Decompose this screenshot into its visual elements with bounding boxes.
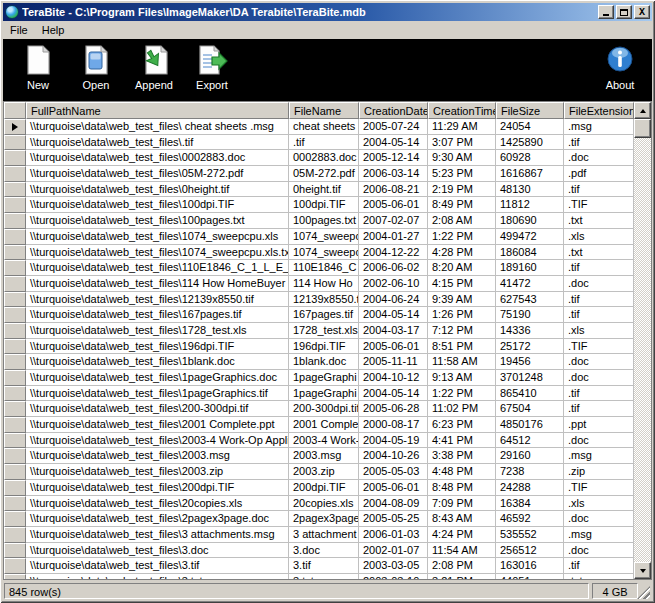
cell-fileextension[interactable]: .tif [564,260,634,276]
cell-filename[interactable]: 05M-272.pdf [289,166,359,182]
cell-creationtime[interactable]: 5:23 PM [428,166,496,182]
row-selector[interactable] [4,527,26,543]
cell-fileextension[interactable]: .tif [564,401,634,417]
cell-fullpathname[interactable]: \\turquoise\data\web_test_files\100pages… [26,213,289,229]
cell-creationtime[interactable]: 11:54 AM [428,543,496,559]
cell-creationdate[interactable]: 2003-03-10 [359,574,428,579]
cell-creationdate[interactable]: 2007-02-07 [359,213,428,229]
cell-creationdate[interactable]: 2005-05-25 [359,511,428,527]
append-button[interactable]: Append [125,43,183,99]
cell-fileextension[interactable]: .doc [564,276,634,292]
cell-fullpathname[interactable]: \\turquoise\data\web_test_files\0height.… [26,182,289,198]
cell-creationdate[interactable]: 2004-06-24 [359,292,428,308]
cell-fullpathname[interactable]: \\turquoise\data\web_test_files\110E1846… [26,260,289,276]
cell-fullpathname[interactable]: \\turquoise\data\web_test_files\200dpi.T… [26,480,289,496]
cell-creationdate[interactable]: 2004-10-12 [359,370,428,386]
cell-fileextension[interactable]: .xls [564,323,634,339]
cell-creationdate[interactable]: 2006-08-21 [359,182,428,198]
row-selector[interactable] [4,480,26,496]
row-selector[interactable] [4,229,26,245]
row-selector[interactable] [4,135,26,151]
cell-creationtime[interactable]: 11:58 AM [428,354,496,370]
cell-creationtime[interactable]: 11:29 AM [428,119,496,135]
row-selector[interactable] [4,558,26,574]
row-selector[interactable] [4,213,26,229]
cell-filesize[interactable]: 24288 [496,480,564,496]
cell-creationdate[interactable]: 2004-05-14 [359,135,428,151]
cell-creationdate[interactable]: 2006-06-02 [359,260,428,276]
cell-fileextension[interactable]: .xls [564,229,634,245]
cell-fullpathname[interactable]: \\turquoise\data\web_test_files\2003.msg [26,448,289,464]
maximize-button[interactable] [616,5,632,19]
cell-fileextension[interactable]: .tif [564,307,634,323]
row-selector[interactable] [4,339,26,355]
column-header-filesize[interactable]: FileSize [496,102,564,119]
row-selector[interactable] [4,448,26,464]
cell-filesize[interactable]: 186084 [496,245,564,261]
cell-creationdate[interactable]: 2005-12-14 [359,150,428,166]
cell-creationdate[interactable]: 2005-11-11 [359,354,428,370]
cell-fullpathname[interactable]: \\turquoise\data\web_test_files\1074_swe… [26,245,289,261]
cell-fileextension[interactable]: .doc [564,433,634,449]
cell-creationtime[interactable]: 8:43 AM [428,511,496,527]
cell-filename[interactable]: 3.doc [289,543,359,559]
row-selector[interactable] [4,386,26,402]
cell-creationdate[interactable]: 2002-01-07 [359,543,428,559]
cell-filesize[interactable]: 67504 [496,401,564,417]
cell-fullpathname[interactable]: \\turquoise\data\web_test_files\114 How … [26,276,289,292]
row-selector[interactable] [4,511,26,527]
cell-fileextension[interactable]: .tif [564,292,634,308]
row-selector[interactable] [4,292,26,308]
cell-filesize[interactable]: 535552 [496,527,564,543]
cell-filename[interactable]: 1blank.doc [289,354,359,370]
cell-filename[interactable]: 2003.msg [289,448,359,464]
cell-fileextension[interactable]: .TIF [564,339,634,355]
cell-filesize[interactable]: 29160 [496,448,564,464]
column-header-fileextension[interactable]: FileExtension [564,102,634,119]
cell-fullpathname[interactable]: \\turquoise\data\web_test_files\200-300d… [26,401,289,417]
cell-filename[interactable]: 1728_test.xls [289,323,359,339]
cell-filename[interactable]: 100pages.txt [289,213,359,229]
cell-filename[interactable]: 0height.tif [289,182,359,198]
new-button[interactable]: New [9,43,67,99]
cell-creationdate[interactable]: 2005-05-03 [359,464,428,480]
menu-help[interactable]: Help [35,23,72,37]
cell-filename[interactable]: 1074_sweepc [289,245,359,261]
cell-creationtime[interactable]: 7:12 PM [428,323,496,339]
cell-creationtime[interactable]: 7:09 PM [428,496,496,512]
cell-fullpathname[interactable]: \\turquoise\data\web_test_files\05M-272.… [26,166,289,182]
cell-creationtime[interactable]: 8:48 PM [428,480,496,496]
cell-creationtime[interactable]: 9:13 AM [428,370,496,386]
cell-fullpathname[interactable]: \\turquoise\data\web_test_files\3.tif [26,558,289,574]
cell-creationtime[interactable]: 4:28 PM [428,245,496,261]
cell-fileextension[interactable]: .msg [564,527,634,543]
row-selector[interactable] [4,197,26,213]
cell-filename[interactable]: 3.txt [289,574,359,579]
cell-filesize[interactable]: 1425890 [496,135,564,151]
cell-fileextension[interactable]: .txt [564,245,634,261]
cell-creationdate[interactable]: 2004-03-17 [359,323,428,339]
cell-filesize[interactable]: 48130 [496,182,564,198]
cell-filesize[interactable]: 4850176 [496,417,564,433]
cell-filesize[interactable]: 1616867 [496,166,564,182]
cell-creationtime[interactable]: 3:21 PM [428,574,496,579]
menu-file[interactable]: File [3,23,35,37]
cell-creationdate[interactable]: 2004-05-14 [359,386,428,402]
row-selector[interactable] [4,150,26,166]
cell-filesize[interactable]: 44051 [496,574,564,579]
cell-filesize[interactable]: 189160 [496,260,564,276]
row-selector[interactable] [4,260,26,276]
column-header-fullpathname[interactable]: FullPathName [26,102,289,119]
cell-filename[interactable]: 12139x8550.t [289,292,359,308]
row-selector[interactable] [4,354,26,370]
cell-creationdate[interactable]: 2005-07-24 [359,119,428,135]
cell-filesize[interactable]: 11812 [496,197,564,213]
cell-filename[interactable]: 1pageGraphi [289,386,359,402]
cell-creationtime[interactable]: 4:41 PM [428,433,496,449]
cell-filename[interactable]: 100dpi.TIF [289,197,359,213]
cell-fullpathname[interactable]: \\turquoise\data\web_test_files\2003.zip [26,464,289,480]
resize-grip[interactable] [637,586,650,599]
cell-creationdate[interactable]: 2003-03-05 [359,558,428,574]
cell-creationdate[interactable]: 2005-06-01 [359,480,428,496]
cell-fullpathname[interactable]: \\turquoise\data\web_test_files\.tif [26,135,289,151]
